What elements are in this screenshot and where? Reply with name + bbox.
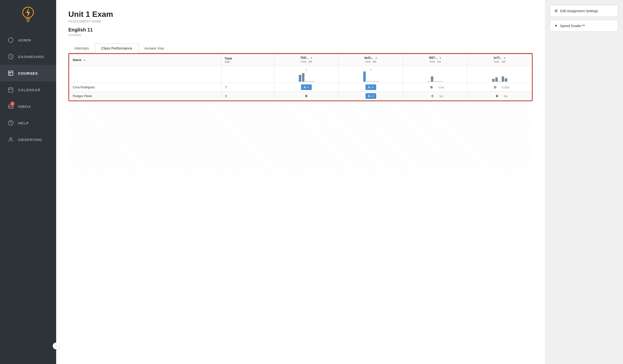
chart-header-row: 1 2 — [69, 66, 532, 83]
bar — [498, 81, 501, 82]
bar-chart-q4 — [467, 68, 532, 83]
logo-bulb-icon — [21, 6, 35, 23]
col-header-q4[interactable]: 1e7f... ▼ mcq 1pt — [467, 54, 532, 66]
tab-attempts[interactable]: Attempts — [68, 43, 95, 53]
sidebar-item-inbox[interactable]: INBOX 1 — [0, 98, 56, 115]
course-label: COURSE — [68, 34, 533, 37]
bar — [302, 73, 304, 82]
sidebar-item-calendar[interactable]: CALENDAR — [0, 82, 56, 98]
grade-badge: A ✓ — [365, 93, 376, 99]
grade-badge: B — [301, 93, 312, 99]
bar — [434, 81, 437, 82]
table-header-row: Name ▼ Total 13pt 702f... — [69, 54, 532, 66]
col-header-total[interactable]: Total 13pt — [222, 54, 274, 66]
bar — [308, 81, 311, 82]
bar — [363, 71, 366, 82]
answer-pts: 0.25pt — [502, 86, 510, 89]
answer-pts: 0pt — [439, 95, 443, 98]
answer-cell: A ✓ — [274, 83, 339, 92]
bar — [373, 81, 375, 82]
bar — [502, 76, 504, 82]
student-total: 3 — [222, 92, 274, 101]
sidebar-item-help[interactable]: HELP — [0, 115, 56, 131]
chart-total-cell — [222, 66, 274, 83]
sidebar-item-dashboard[interactable]: DASHBOARD — [0, 48, 56, 65]
q1-dropdown-icon: ▼ — [310, 57, 312, 59]
bar — [299, 75, 301, 82]
bar-chart-q3 — [403, 68, 467, 83]
checkmark-icon: ✓ — [371, 94, 374, 98]
grade-badge: D — [490, 85, 500, 90]
grade-badge: A ✓ — [365, 85, 376, 90]
tab-answer-key[interactable]: Answer Key — [138, 43, 170, 53]
sidebar-item-observing[interactable]: OBSERVING — [0, 131, 56, 148]
answer-cell: A ✓ — [339, 92, 403, 101]
bar — [366, 81, 369, 82]
col-header-q2[interactable]: da31... ▼ mcq 1pt — [339, 54, 403, 66]
svg-marker-1 — [26, 8, 30, 17]
table-row: Cora Rodriguez 7 A ✓ — [69, 83, 532, 92]
bar — [437, 81, 440, 82]
sidebar-collapse-button[interactable]: ‹ — [53, 343, 60, 349]
speed-grader-icon: ✦ — [555, 23, 557, 28]
assessment-title: Unit 1 Exam — [68, 10, 533, 19]
chart-q1-cell: 1 — [274, 66, 339, 83]
answer-cell: B 0.5pt — [403, 83, 467, 92]
svg-rect-9 — [9, 88, 13, 92]
q3-dropdown-icon: ▼ — [439, 57, 441, 59]
page-content: Unit 1 Exam ASSESSMENT NAME English 11 C… — [56, 0, 545, 364]
sidebar-item-courses[interactable]: COURSES — [0, 65, 56, 82]
empty-area — [68, 101, 533, 174]
assessment-label: ASSESSMENT NAME — [68, 20, 533, 23]
col-header-q3[interactable]: f007... ▼ mcq 1pt — [403, 54, 467, 66]
bar-chart-q2: 2 — [339, 68, 403, 83]
q2-dropdown-icon: ▼ — [375, 57, 378, 59]
grade-badge: A ✓ — [301, 85, 312, 90]
gear-icon: ⚙ — [555, 9, 558, 13]
chart-q4-cell — [467, 66, 532, 83]
right-panel: ⚙ Edit Assignment Settings ✦ Speed Grade… — [545, 0, 623, 364]
course-name: English 11 — [68, 27, 533, 33]
chart-q3-cell — [403, 66, 467, 83]
bar-chart-q1: 1 — [274, 68, 339, 83]
q4-dropdown-icon: ▼ — [504, 57, 506, 59]
answer-cell: D 0.25pt — [467, 83, 532, 92]
grade-badge: B — [426, 85, 437, 90]
speed-grader-button[interactable]: ✦ Speed Grader™ — [550, 20, 618, 32]
bar — [370, 81, 372, 82]
answer-pts: 0pt — [504, 95, 508, 98]
bar — [440, 81, 443, 82]
student-name: Rodger Plank — [69, 92, 222, 101]
bar — [376, 81, 378, 82]
gauge-icon — [7, 53, 14, 60]
tab-class-performance[interactable]: Class Performance — [95, 43, 138, 53]
chart-name-cell — [69, 66, 222, 83]
book-icon — [7, 70, 14, 77]
grade-badge: C — [427, 93, 438, 99]
content-area: Unit 1 Exam ASSESSMENT NAME English 11 C… — [56, 0, 623, 364]
table-row: Rodger Plank 3 B A ✓ — [69, 92, 532, 101]
col-header-q1[interactable]: 702f... ▼ mcq 1pt — [274, 54, 339, 66]
student-name: Cora Rodriguez — [69, 83, 222, 92]
shield-icon — [7, 37, 14, 43]
answer-cell: B 0pt — [467, 92, 532, 101]
sidebar: ADMIN DASHBOARD COURSES — [0, 0, 56, 364]
chart-q2-cell: 2 — [339, 66, 403, 83]
bar — [492, 79, 495, 82]
main-area: Unit 1 Exam ASSESSMENT NAME English 11 C… — [56, 0, 623, 364]
checkmark-icon: ✓ — [371, 86, 374, 89]
person-icon — [7, 136, 14, 143]
inbox-badge: 1 — [10, 102, 15, 106]
bar — [305, 81, 308, 82]
sidebar-item-admin[interactable]: ADMIN — [0, 32, 56, 48]
answer-cell: C 0pt — [403, 92, 467, 101]
svg-point-15 — [10, 138, 12, 140]
bar — [312, 81, 314, 82]
col-header-name[interactable]: Name ▼ — [69, 54, 222, 66]
bar — [428, 81, 430, 82]
sidebar-nav: ADMIN DASHBOARD COURSES — [0, 32, 56, 148]
answer-cell: B — [274, 92, 339, 101]
calendar-icon — [7, 86, 14, 93]
bar — [495, 77, 498, 82]
edit-assignment-button[interactable]: ⚙ Edit Assignment Settings — [550, 5, 618, 17]
